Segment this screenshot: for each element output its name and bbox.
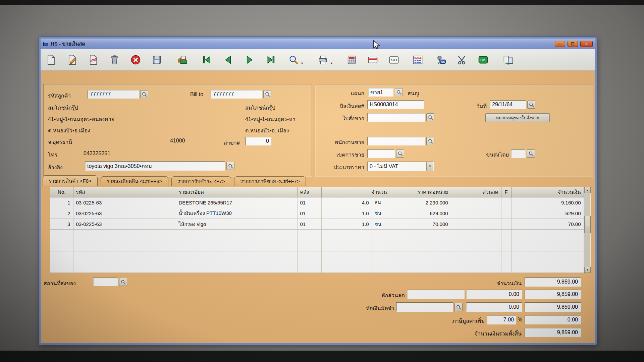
cell-qty[interactable]: 1.0 <box>321 219 372 230</box>
cell-unit[interactable]: สน <box>372 197 390 208</box>
cell-warehouse[interactable]: 01 <box>297 219 321 230</box>
cell-empty[interactable] <box>511 240 584 251</box>
cell-empty[interactable] <box>297 262 321 273</box>
deposit-input[interactable] <box>396 302 453 312</box>
cell-unit[interactable]: ชน <box>372 208 390 219</box>
salesperson-input[interactable] <box>367 137 425 145</box>
cell-empty[interactable] <box>73 251 176 262</box>
cell-empty[interactable] <box>501 240 511 251</box>
customer-code-lookup-button[interactable] <box>140 90 148 98</box>
cell-no[interactable]: 3 <box>50 219 73 230</box>
cell-empty[interactable] <box>511 230 584 240</box>
vertical-scrollbar[interactable]: ▲ ▼ <box>584 187 591 273</box>
bill-no-input[interactable] <box>367 100 424 109</box>
sales-order-note-button[interactable]: หมายเหตุของใบสั่งขาย <box>485 113 550 122</box>
scroll-down-arrow[interactable]: ▼ <box>584 267 591 273</box>
date-input[interactable] <box>490 100 526 109</box>
cell-empty[interactable] <box>50 262 73 273</box>
cell-empty[interactable] <box>390 240 451 251</box>
close-button[interactable]: × <box>580 41 593 47</box>
cell-empty[interactable] <box>50 230 73 240</box>
table-row-empty[interactable] <box>50 251 584 262</box>
cell-desc[interactable]: ไส้กรอง vigo <box>176 219 297 230</box>
cell-empty[interactable] <box>297 251 321 262</box>
table-row[interactable]: 3 03-0225-63 ไส้กรอง vigo 01 1.0 ชน 70.0… <box>50 219 584 230</box>
cell-empty[interactable] <box>451 240 501 251</box>
table-row-empty[interactable] <box>50 230 584 240</box>
cancel-button[interactable] <box>129 54 142 66</box>
window-titlebar[interactable]: HS - ขายเงินสด — ❐ × <box>41 39 595 49</box>
vat-rate-input[interactable] <box>487 315 516 324</box>
cell-no[interactable]: 2 <box>50 208 73 219</box>
cell-empty[interactable] <box>50 251 73 262</box>
cell-f[interactable] <box>501 219 511 230</box>
cell-empty[interactable] <box>390 251 451 262</box>
transport-input[interactable] <box>511 149 526 158</box>
cell-qty[interactable]: 1.0 <box>321 208 372 219</box>
table-row-empty[interactable] <box>50 262 584 273</box>
branch-input[interactable] <box>245 137 271 145</box>
maximize-button[interactable]: ❐ <box>568 41 578 47</box>
cell-empty[interactable] <box>451 251 501 262</box>
cell-amount[interactable]: 70.00 <box>511 219 584 230</box>
tab-sales-tax[interactable]: รายการภาษีขาย <Ctrl+F7> <box>234 176 306 186</box>
cell-amount[interactable]: 629.00 <box>511 208 584 219</box>
cell-discount[interactable] <box>451 197 501 208</box>
cell-empty[interactable] <box>390 230 451 240</box>
find-dropdown-caret[interactable]: ▼ <box>301 62 304 66</box>
cell-empty[interactable] <box>176 230 297 240</box>
next-record-button[interactable] <box>243 54 256 66</box>
cell-empty[interactable] <box>73 240 176 251</box>
cell-f[interactable] <box>501 208 511 219</box>
sales-area-lookup-button[interactable] <box>396 149 404 158</box>
date-lookup-button[interactable] <box>527 101 535 109</box>
cell-discount[interactable] <box>451 208 501 219</box>
cell-discount[interactable] <box>451 219 501 230</box>
department-input[interactable] <box>368 88 393 97</box>
void-document-button[interactable]: VOID <box>87 54 100 66</box>
last-record-button[interactable] <box>264 54 277 66</box>
cell-empty[interactable] <box>73 262 176 273</box>
cell-price[interactable]: 70.000 <box>390 219 451 230</box>
cell-empty[interactable] <box>73 230 176 240</box>
cell-empty[interactable] <box>321 240 372 251</box>
cell-empty[interactable] <box>451 262 501 273</box>
save-button[interactable] <box>150 54 163 66</box>
cell-no[interactable]: 1 <box>50 197 73 208</box>
cell-desc[interactable]: DEESTONE 265/65R17 <box>176 197 297 208</box>
cell-qty[interactable]: 4.0 <box>321 197 372 208</box>
cell-empty[interactable] <box>372 251 390 262</box>
sales-order-lookup-button[interactable] <box>426 113 434 121</box>
discount-input[interactable] <box>407 290 465 299</box>
department-lookup-button[interactable] <box>395 88 403 96</box>
cell-empty[interactable] <box>321 230 372 240</box>
scrollbar-thumb[interactable] <box>584 216 591 233</box>
cell-empty[interactable] <box>511 262 584 273</box>
minimize-button[interactable]: — <box>555 41 565 47</box>
reserve-ok-button[interactable]: OK <box>435 54 447 66</box>
cell-code[interactable]: 03-0225-63 <box>73 197 176 208</box>
cell-code[interactable]: 03-0225-63 <box>73 219 176 230</box>
billto-lookup-button[interactable] <box>263 90 271 98</box>
cell-warehouse[interactable]: 01 <box>297 208 321 219</box>
customer-code-input[interactable] <box>88 90 139 99</box>
cell-empty[interactable] <box>372 230 390 240</box>
cut-button[interactable] <box>456 54 469 66</box>
tab-items[interactable]: รายการสินค้า <F8> <box>43 175 98 186</box>
cell-empty[interactable] <box>511 251 584 262</box>
cell-empty[interactable] <box>372 240 390 251</box>
print-button[interactable] <box>317 54 329 66</box>
delete-document-button[interactable] <box>108 54 121 66</box>
pos-button[interactable] <box>345 54 358 66</box>
cell-empty[interactable] <box>321 262 372 273</box>
cell-empty[interactable] <box>297 230 321 240</box>
cell-amount[interactable]: 9,160.00 <box>511 197 584 208</box>
dropdown-arrow-icon[interactable]: ▼ <box>426 162 433 171</box>
cell-empty[interactable] <box>176 251 297 262</box>
previous-record-button[interactable] <box>222 54 234 66</box>
scroll-up-arrow[interactable]: ▲ <box>584 187 591 193</box>
price-type-dropdown[interactable]: 0 - ไม่มี VAT ▼ <box>367 162 434 171</box>
new-document-button[interactable] <box>45 54 57 66</box>
cell-empty[interactable] <box>372 262 390 273</box>
cell-empty[interactable] <box>176 240 297 251</box>
